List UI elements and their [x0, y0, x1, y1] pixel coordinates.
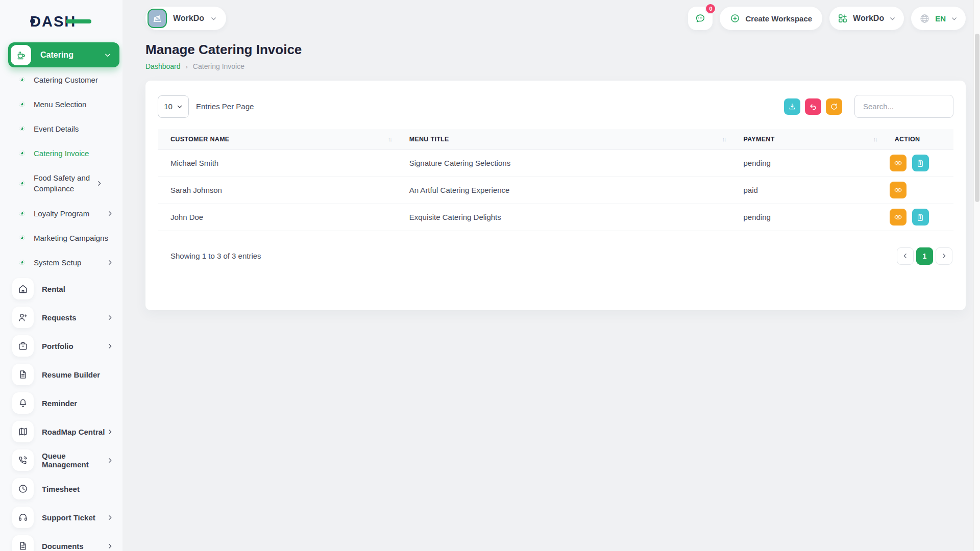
sidebar-item-system-setup[interactable]: System Setup — [0, 250, 122, 274]
sort-icon: ↑↓ — [388, 136, 391, 142]
chevron-right-icon — [107, 543, 113, 549]
sidebar-item-menu-selection[interactable]: Menu Selection — [0, 92, 122, 116]
sidebar-item-label: Documents — [42, 542, 107, 550]
chevron-right-icon — [107, 259, 113, 266]
sidebar-item-documents[interactable]: Documents — [0, 532, 122, 551]
sidebar-item-queue-management[interactable]: Queue Management — [0, 446, 122, 474]
invoice-table: CUSTOMER NAME↑↓ MENU TITLE↑↓ PAYMENT↑↓ A… — [158, 129, 953, 231]
brand-logo[interactable]: DASH — [0, 0, 122, 42]
previous-page-button[interactable] — [897, 247, 914, 265]
column-header-payment[interactable]: PAYMENT↑↓ — [730, 129, 881, 149]
sidebar-subnav: Catering Customer Menu Selection Event D… — [0, 67, 122, 274]
topbar: WorkDo 0 Create Workspace — [145, 0, 966, 37]
sidebar-item-label: System Setup — [34, 257, 107, 268]
column-header-menu-title[interactable]: MENU TITLE↑↓ — [397, 129, 731, 149]
sidebar-item-portfolio[interactable]: Portfolio — [0, 332, 122, 360]
download-icon — [788, 103, 796, 111]
breadcrumb-dashboard-link[interactable]: Dashboard — [145, 62, 181, 70]
clipboard-dollar-icon: $ — [916, 213, 924, 221]
chevron-right-icon — [941, 253, 947, 259]
bullet-icon — [19, 126, 24, 131]
view-invoice-button[interactable] — [890, 209, 906, 226]
dash-logo-icon: DASH — [30, 12, 92, 31]
search-input[interactable] — [854, 95, 953, 118]
sidebar-item-label: Catering Customer — [34, 74, 113, 85]
page-number-button[interactable]: 1 — [916, 247, 933, 265]
scrollbar-thumb[interactable] — [975, 34, 979, 202]
collect-payment-button[interactable]: $ — [912, 155, 929, 171]
entries-per-page-select[interactable]: 10 — [158, 95, 189, 118]
sidebar: DASH Catering Catering C — [0, 0, 122, 551]
sidebar-item-resume-builder[interactable]: Resume Builder — [0, 360, 122, 389]
column-header-action: ACTION — [882, 129, 953, 149]
catering-cup-icon — [11, 45, 31, 65]
language-code: EN — [935, 14, 946, 23]
sidebar-item-label: Support Ticket — [42, 513, 107, 522]
sidebar-item-loyalty-program[interactable]: Loyalty Program — [0, 201, 122, 226]
view-invoice-button[interactable] — [890, 155, 906, 171]
messages-button[interactable]: 0 — [688, 7, 713, 30]
invoice-table-card: 10 Entries Per Page — [145, 81, 966, 310]
workspace-building-icon — [148, 9, 167, 28]
sidebar-item-rental[interactable]: Rental — [0, 274, 122, 303]
sidebar-item-label: Event Details — [34, 123, 113, 134]
home-icon — [12, 278, 34, 299]
table-header-row: CUSTOMER NAME↑↓ MENU TITLE↑↓ PAYMENT↑↓ A… — [158, 129, 953, 149]
briefcase-icon — [12, 335, 34, 357]
pagination: 1 — [897, 247, 952, 265]
cell-menu-title: An Artful Catering Experience — [397, 177, 731, 204]
export-download-button[interactable] — [784, 98, 800, 115]
chevron-down-icon — [210, 15, 217, 22]
sidebar-item-food-safety[interactable]: Food Safety and Compliance — [0, 165, 122, 201]
sidebar-item-reminder[interactable]: Reminder — [0, 389, 122, 417]
phone-call-icon — [12, 449, 34, 471]
sidebar-item-support-ticket[interactable]: Support Ticket — [0, 503, 122, 532]
language-selector[interactable]: EN — [911, 7, 966, 30]
clipboard-dollar-icon: $ — [916, 159, 924, 167]
refresh-button[interactable] — [826, 98, 842, 115]
table-row: Michael Smith Signature Catering Selecti… — [158, 149, 953, 177]
svg-text:$: $ — [919, 162, 921, 166]
sidebar-item-label: RoadMap Central — [42, 428, 107, 436]
page-title: Manage Catering Invoice — [145, 42, 966, 58]
workdo-menu-button[interactable]: WorkDo — [829, 7, 904, 30]
chevron-down-icon — [889, 15, 896, 22]
undo-button[interactable] — [805, 98, 821, 115]
cell-customer-name: Sarah Johnson — [158, 177, 397, 204]
chevron-right-icon — [107, 429, 113, 435]
collect-payment-button[interactable]: $ — [912, 209, 929, 226]
chevron-separator-icon: › — [186, 63, 188, 70]
create-workspace-button[interactable]: Create Workspace — [720, 7, 822, 30]
chat-icon — [695, 13, 706, 24]
sidebar-item-catering-invoice[interactable]: Catering Invoice — [0, 141, 122, 165]
messages-count-badge: 0 — [705, 3, 716, 14]
page-scrollbar[interactable] — [973, 0, 980, 551]
chevron-down-icon — [177, 104, 183, 110]
sidebar-group-catering[interactable]: Catering — [8, 42, 119, 67]
sidebar-item-label: Menu Selection — [34, 99, 113, 110]
cell-payment-status: paid — [730, 177, 881, 204]
map-icon — [12, 421, 34, 442]
table-footer: Showing 1 to 3 of 3 entries 1 — [158, 247, 953, 265]
undo-arrow-icon — [809, 103, 817, 111]
sidebar-item-roadmap-central[interactable]: RoadMap Central — [0, 417, 122, 446]
cell-menu-title: Exquisite Catering Delights — [397, 204, 731, 231]
workspace-name: WorkDo — [173, 14, 204, 23]
svg-text:$: $ — [919, 216, 921, 220]
eye-icon — [894, 213, 902, 221]
workspace-selector[interactable]: WorkDo — [145, 7, 226, 30]
sidebar-item-catering-customer[interactable]: Catering Customer — [0, 67, 122, 92]
column-header-customer-name[interactable]: CUSTOMER NAME↑↓ — [158, 129, 397, 149]
sidebar-item-label: Timesheet — [42, 485, 113, 493]
app-root: DASH Catering Catering C — [0, 0, 980, 551]
sidebar-item-marketing-campaigns[interactable]: Marketing Campaigns — [0, 226, 122, 250]
chevron-right-icon — [96, 180, 103, 187]
next-page-button[interactable] — [936, 247, 952, 265]
bullet-icon — [19, 151, 24, 156]
sidebar-item-event-details[interactable]: Event Details — [0, 116, 122, 141]
chevron-down-icon — [951, 15, 958, 22]
sidebar-item-requests[interactable]: Requests — [0, 303, 122, 332]
view-invoice-button[interactable] — [890, 182, 906, 198]
sidebar-item-timesheet[interactable]: Timesheet — [0, 474, 122, 503]
cell-payment-status: pending — [730, 204, 881, 231]
